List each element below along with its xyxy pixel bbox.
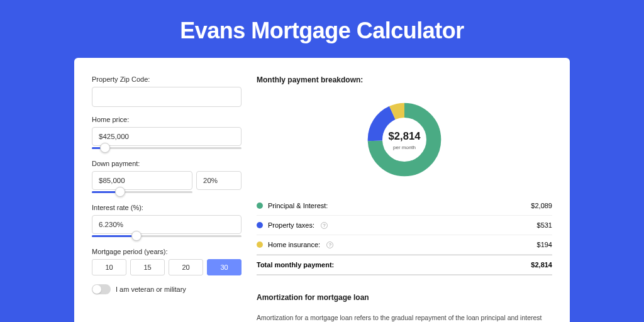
home-price-slider[interactable] (92, 147, 242, 149)
breakdown-title: Monthly payment breakdown: (257, 75, 552, 84)
period-button-10[interactable]: 10 (92, 259, 126, 275)
down-payment-group: Down payment: (92, 160, 242, 190)
page-title: Evans Mortgage Calculator (0, 0, 644, 58)
down-payment-pct-input[interactable] (196, 171, 242, 190)
calculator-card: Property Zip Code: Home price: Down paym… (74, 58, 570, 322)
period-label: Mortgage period (years): (92, 248, 242, 255)
home-price-input[interactable] (92, 127, 242, 146)
home-price-label: Home price: (92, 116, 242, 123)
down-payment-slider[interactable] (92, 191, 192, 193)
amortization-section: Amortization for mortgage loan Amortizat… (257, 293, 552, 322)
toggle-knob-icon (92, 285, 101, 294)
legend-label: Principal & Interest: (268, 202, 328, 209)
input-panel: Property Zip Code: Home price: Down paym… (92, 75, 242, 322)
legend-total-label: Total monthly payment: (257, 261, 334, 269)
legend: Principal & Interest: $2,089 Property ta… (257, 196, 552, 275)
interest-slider[interactable] (92, 235, 242, 237)
interest-group: Interest rate (%): (92, 204, 242, 234)
veteran-toggle[interactable] (92, 284, 111, 294)
legend-dot-icon (257, 222, 263, 228)
donut-center-sub: per month (393, 145, 416, 150)
veteran-row: I am veteran or military (92, 284, 242, 294)
interest-input[interactable] (92, 215, 242, 234)
zip-group: Property Zip Code: (92, 75, 242, 107)
period-button-20[interactable]: 20 (169, 259, 203, 275)
legend-label: Home insurance: (268, 241, 320, 248)
donut-center-value: $2,814 (389, 130, 421, 142)
slider-thumb-icon[interactable] (100, 143, 110, 153)
home-price-group: Home price: (92, 116, 242, 146)
slider-thumb-icon[interactable] (115, 187, 125, 197)
legend-value: $531 (537, 221, 552, 229)
info-icon[interactable]: ? (321, 222, 328, 229)
zip-label: Property Zip Code: (92, 75, 242, 83)
slider-thumb-icon[interactable] (131, 231, 142, 241)
period-buttons: 10 15 20 30 (92, 259, 242, 275)
legend-label: Property taxes: (268, 221, 314, 229)
legend-item-insurance: Home insurance: ? $194 (257, 235, 552, 255)
down-payment-label: Down payment: (92, 160, 242, 167)
legend-item-taxes: Property taxes: ? $531 (257, 216, 552, 235)
legend-dot-icon (257, 203, 263, 209)
period-button-15[interactable]: 15 (130, 259, 165, 275)
donut-svg: $2,814 per month (360, 96, 448, 184)
interest-label: Interest rate (%): (92, 204, 242, 211)
legend-value: $194 (537, 241, 552, 248)
period-group: Mortgage period (years): 10 15 20 30 (92, 248, 242, 275)
veteran-label: I am veteran or military (116, 286, 186, 293)
donut-chart: $2,814 per month (257, 96, 552, 184)
zip-input[interactable] (92, 87, 242, 107)
breakdown-panel: Monthly payment breakdown: $2,814 per mo… (257, 75, 552, 322)
legend-item-total: Total monthly payment: $2,814 (257, 255, 552, 275)
legend-item-principal: Principal & Interest: $2,089 (257, 196, 552, 216)
info-icon[interactable]: ? (326, 242, 333, 248)
legend-value: $2,089 (531, 202, 552, 209)
legend-total-value: $2,814 (531, 261, 552, 269)
down-payment-input[interactable] (92, 171, 192, 190)
legend-dot-icon (257, 242, 263, 248)
amortization-title: Amortization for mortgage loan (257, 293, 552, 302)
amortization-body: Amortization for a mortgage loan refers … (257, 313, 552, 322)
period-button-30[interactable]: 30 (207, 259, 242, 275)
